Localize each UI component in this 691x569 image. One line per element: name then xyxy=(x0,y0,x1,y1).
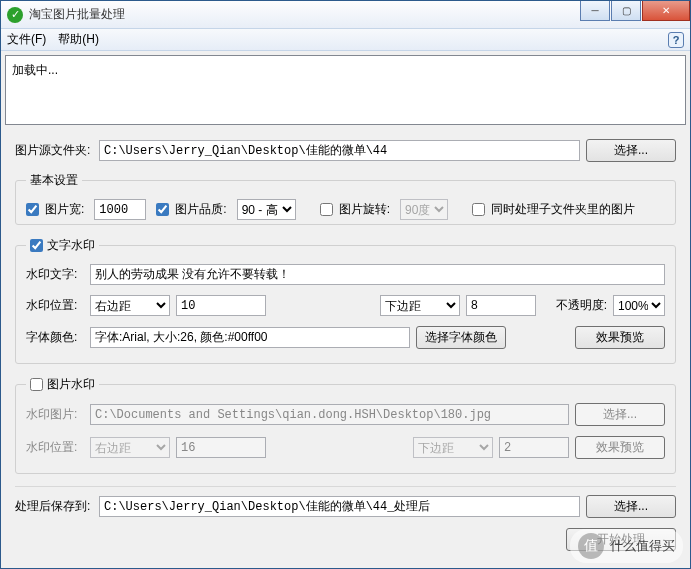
output-path-input[interactable] xyxy=(99,496,580,517)
menubar: 文件(F) 帮助(H) ? xyxy=(1,29,690,51)
minimize-button[interactable]: ─ xyxy=(580,1,610,21)
wm-vpos-select[interactable]: 下边距 xyxy=(380,295,460,316)
font-label: 字体颜色: xyxy=(26,329,84,346)
help-icon[interactable]: ? xyxy=(668,32,684,48)
img-wm-hpos-select: 右边距 xyxy=(90,437,170,458)
img-wm-pos-label: 水印位置: xyxy=(26,439,84,456)
quality-label: 图片品质: xyxy=(175,201,226,218)
img-wm-legend[interactable]: 图片水印 xyxy=(26,376,99,393)
img-wm-hoff-input xyxy=(176,437,266,458)
window-title: 淘宝图片批量处理 xyxy=(29,6,579,23)
img-wm-checkbox[interactable] xyxy=(30,378,43,391)
subfolder-label: 同时处理子文件夹里的图片 xyxy=(491,201,635,218)
wm-voff-input[interactable] xyxy=(466,295,536,316)
maximize-button[interactable]: ▢ xyxy=(611,1,641,21)
img-wm-browse-button: 选择... xyxy=(575,403,665,426)
img-preview-button: 效果预览 xyxy=(575,436,665,459)
width-checkbox-label[interactable]: 图片宽: xyxy=(26,201,84,218)
font-desc-input[interactable] xyxy=(90,327,410,348)
quality-checkbox[interactable] xyxy=(156,203,169,216)
loading-text: 加载中... xyxy=(12,63,58,77)
wm-pos-label: 水印位置: xyxy=(26,297,84,314)
text-wm-legend[interactable]: 文字水印 xyxy=(26,237,99,254)
width-input[interactable] xyxy=(94,199,146,220)
text-preview-button[interactable]: 效果预览 xyxy=(575,326,665,349)
image-watermark-group: 图片水印 水印图片: 选择... 水印位置: 右边距 下边距 效果预览 xyxy=(15,376,676,474)
window-controls: ─ ▢ ✕ xyxy=(579,1,690,28)
quality-checkbox-label[interactable]: 图片品质: xyxy=(156,201,226,218)
rotate-label: 图片旋转: xyxy=(339,201,390,218)
subfolder-checkbox[interactable] xyxy=(472,203,485,216)
wm-text-label: 水印文字: xyxy=(26,266,84,283)
form-area: 图片源文件夹: 选择... 基本设置 图片宽: 图片品质: 90 - 高 xyxy=(5,133,686,567)
quality-select[interactable]: 90 - 高 xyxy=(237,199,296,220)
img-wm-voff-input xyxy=(499,437,569,458)
app-icon: ✓ xyxy=(7,7,23,23)
basic-settings-group: 基本设置 图片宽: 图片品质: 90 - 高 图片旋转: xyxy=(15,172,676,225)
source-path-input[interactable] xyxy=(99,140,580,161)
menu-file[interactable]: 文件(F) xyxy=(7,31,46,48)
loading-panel: 加载中... xyxy=(5,55,686,125)
subfolder-checkbox-label[interactable]: 同时处理子文件夹里的图片 xyxy=(472,201,635,218)
overlay-icon: 值 xyxy=(578,533,604,559)
width-checkbox[interactable] xyxy=(26,203,39,216)
wm-hpos-select[interactable]: 右边距 xyxy=(90,295,170,316)
opacity-select[interactable]: 100% xyxy=(613,295,665,316)
img-wm-img-label: 水印图片: xyxy=(26,406,84,423)
width-label: 图片宽: xyxy=(45,201,84,218)
rotate-select: 90度 xyxy=(400,199,448,220)
app-window: ✓ 淘宝图片批量处理 ─ ▢ ✕ 文件(F) 帮助(H) ? 加载中... 图片… xyxy=(0,0,691,569)
watermark-overlay: 值 什么值得买 xyxy=(570,529,683,563)
source-row: 图片源文件夹: 选择... xyxy=(15,139,676,162)
source-browse-button[interactable]: 选择... xyxy=(586,139,676,162)
opacity-label: 不透明度: xyxy=(556,297,607,314)
text-wm-checkbox[interactable] xyxy=(30,239,43,252)
output-row: 处理后保存到: 选择... xyxy=(15,495,676,518)
menu-help[interactable]: 帮助(H) xyxy=(58,31,99,48)
wm-hoff-input[interactable] xyxy=(176,295,266,316)
output-label: 处理后保存到: xyxy=(15,498,93,515)
titlebar[interactable]: ✓ 淘宝图片批量处理 ─ ▢ ✕ xyxy=(1,1,690,29)
output-browse-button[interactable]: 选择... xyxy=(586,495,676,518)
text-watermark-group: 文字水印 水印文字: 水印位置: 右边距 下边距 不透明度: 100% xyxy=(15,237,676,364)
img-wm-vpos-select: 下边距 xyxy=(413,437,493,458)
close-button[interactable]: ✕ xyxy=(642,1,690,21)
font-select-button[interactable]: 选择字体颜色 xyxy=(416,326,506,349)
overlay-text: 什么值得买 xyxy=(610,537,675,555)
rotate-checkbox[interactable] xyxy=(320,203,333,216)
wm-text-input[interactable] xyxy=(90,264,665,285)
source-label: 图片源文件夹: xyxy=(15,142,93,159)
basic-legend: 基本设置 xyxy=(26,172,82,189)
separator xyxy=(15,486,676,487)
content-area: 加载中... 图片源文件夹: 选择... 基本设置 图片宽: xyxy=(1,51,690,568)
img-wm-path-input xyxy=(90,404,569,425)
rotate-checkbox-label[interactable]: 图片旋转: xyxy=(320,201,390,218)
